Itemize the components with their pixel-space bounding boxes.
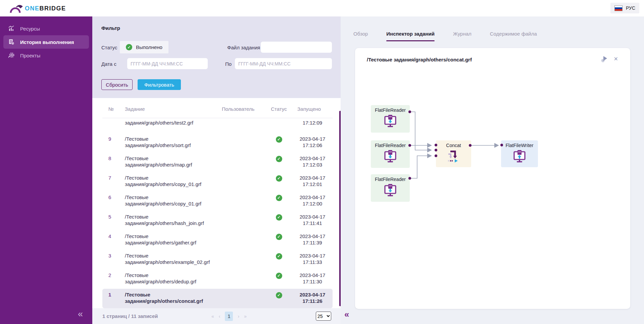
job-path: задания/graph/others/test2.grf (121, 120, 222, 126)
run-time: 17:12:03 (303, 162, 322, 168)
table-row[interactable]: 7 /Тестовыезадания/graph/others/copy_01.… (102, 172, 333, 191)
job-path-title: /Тестовые задания/graph/others/concat.gr… (367, 57, 472, 62)
row-number: 3 (102, 252, 121, 259)
history-document-icon (8, 39, 15, 45)
reset-button[interactable]: Сбросить (101, 79, 133, 90)
language-selector[interactable]: РУС (610, 3, 639, 13)
status-badge-label: Выполнено (136, 44, 162, 50)
graph-node-flatfilewriter[interactable]: FlatFileWriter csv (501, 140, 538, 167)
last-page-button[interactable]: » (244, 314, 247, 319)
csv-reader-icon: csv (383, 114, 398, 129)
graph-node-flatfilereader-2[interactable]: FlatFileReader csv (371, 140, 410, 168)
node-label: Concat (446, 143, 461, 148)
language-label: РУС (626, 5, 635, 11)
tab-job-inspector[interactable]: Инспектор заданий (386, 31, 435, 41)
sidebar-collapse-chevron[interactable]: « (78, 309, 83, 319)
row-number: 5 (102, 214, 121, 220)
svg-text:csv: csv (389, 185, 392, 187)
sidebar-item-resources[interactable]: Ресурсы (3, 22, 89, 35)
gear-icon (8, 52, 15, 59)
run-date: 2023-04-17 (300, 175, 326, 181)
graph-node-concat[interactable]: Concat (436, 140, 471, 167)
svg-text:csv: csv (518, 151, 521, 153)
job-path: /Тестовые (125, 155, 148, 161)
page-size-select[interactable]: 25 (316, 312, 331, 321)
job-path: задания/graph/others/map.grf (125, 162, 192, 168)
column-header-job: Задание (121, 106, 222, 112)
run-date: 2023-04-17 (300, 253, 326, 259)
run-date: 2023-04-17 (300, 136, 326, 142)
row-number: 1 (102, 291, 121, 298)
run-time: 17:11:26 (302, 298, 322, 304)
row-number: 2 (102, 272, 121, 278)
column-header-user: Пользователь (222, 106, 265, 112)
job-path: /Тестовые (125, 175, 148, 181)
graph-node-flatfilereader-1[interactable]: FlatFileReader csv (371, 105, 410, 133)
job-path: /Тестовые (125, 233, 148, 239)
inspector-panel: Обзор Инспектор заданий Журнал Содержимо… (341, 16, 644, 324)
tab-file-contents[interactable]: Содержимое файла (490, 31, 537, 41)
table-row[interactable]: 8 /Тестовыезадания/graph/others/map.grf … (102, 152, 333, 172)
row-number: 7 (102, 175, 121, 181)
graph-node-flatfilereader-3[interactable]: FlatFileReader csv (371, 174, 410, 202)
success-check-icon: ✓ (126, 44, 132, 50)
job-path: задания/graph/others/gather.grf (125, 240, 196, 245)
table-row[interactable]: 6 /Тестовыезадания/graph/others/copy_01.… (102, 191, 333, 211)
sidebar-item-history[interactable]: История выполнения (3, 35, 89, 49)
success-check-icon: ✓ (276, 156, 282, 162)
job-path: задания/graph/others/copy_01.grf (125, 201, 201, 206)
run-time: 17:11:39 (303, 240, 322, 245)
top-header: ONEBRIDGE РУС (0, 0, 644, 16)
inspector-tabs: Обзор Инспектор заданий Журнал Содержимо… (341, 16, 644, 41)
status-label: Статус (101, 45, 117, 50)
table-row[interactable]: 5 /Тестовыезадания/graph/others/hash_joi… (102, 211, 333, 230)
job-path: задания/graph/others/example_02.grf (125, 259, 210, 265)
table-row[interactable]: 9 /Тестовыезадания/graph/others/sort.grf… (102, 133, 333, 152)
job-inspector-card: /Тестовые задания/graph/others/concat.gr… (355, 48, 630, 309)
first-page-button[interactable]: « (211, 314, 214, 319)
date-to-input[interactable] (235, 58, 332, 69)
date-to-label: По (225, 61, 232, 67)
sidebar: Ресурсы История выполнения (0, 16, 92, 324)
run-time: 17:12:06 (303, 142, 322, 148)
csv-reader-icon: csv (383, 149, 398, 164)
table-row[interactable]: 2 /Тестовыезадания/graph/others/dedup.gr… (102, 269, 333, 289)
filter-button[interactable]: Фильтровать (138, 79, 181, 90)
date-from-input[interactable] (127, 58, 208, 69)
run-time: 17:11:30 (303, 279, 322, 284)
sidebar-item-label: История выполнения (20, 39, 74, 45)
success-check-icon: ✓ (276, 175, 282, 182)
job-path: задания/graph/others/sort.grf (125, 142, 191, 148)
current-page-button[interactable]: 1 (225, 312, 233, 321)
table-row[interactable]: задания/graph/others/test2.grf 17:12:09 (102, 118, 333, 133)
run-time: 17:11:33 (303, 259, 322, 265)
csv-reader-icon: csv (383, 183, 398, 198)
job-file-input[interactable] (261, 42, 332, 53)
job-file-label: Файл задания (227, 45, 260, 50)
prev-page-button[interactable]: ‹ (219, 314, 220, 319)
tab-journal[interactable]: Журнал (453, 31, 472, 41)
status-filter-badge[interactable]: ✓ Выполнено (120, 41, 168, 53)
success-check-icon: ✓ (276, 253, 282, 260)
success-check-icon: ✓ (276, 292, 282, 298)
run-date: 2023-04-17 (300, 194, 326, 200)
concat-icon (446, 149, 461, 163)
app-window: ONEBRIDGE РУС Ресурсы (0, 0, 644, 324)
table-row[interactable]: 4 /Тестовыезадания/graph/others/gather.g… (102, 230, 333, 250)
table-row-selected[interactable]: 1 /Тестовыезадания/graph/others/concat.g… (102, 289, 333, 308)
table-row[interactable]: 3 /Тестовыезадания/graph/others/example_… (102, 250, 333, 269)
run-job-icon[interactable] (601, 55, 608, 62)
panel-collapse-chevron[interactable]: « (344, 309, 349, 320)
next-page-button[interactable]: › (238, 314, 239, 319)
csv-writer-icon: csv (512, 149, 527, 164)
tab-overview[interactable]: Обзор (353, 31, 368, 41)
run-date: 2023-04-17 (300, 233, 326, 239)
close-icon[interactable]: ✕ (614, 56, 618, 62)
success-check-icon: ✓ (276, 195, 282, 201)
run-time: 17:12:00 (303, 201, 322, 206)
bar-chart-icon (8, 25, 15, 32)
job-path: /Тестовые (125, 214, 148, 220)
sidebar-item-projects[interactable]: Проекты (3, 49, 89, 62)
svg-text:csv: csv (389, 151, 392, 153)
logo-text: ONEBRIDGE (25, 5, 66, 13)
